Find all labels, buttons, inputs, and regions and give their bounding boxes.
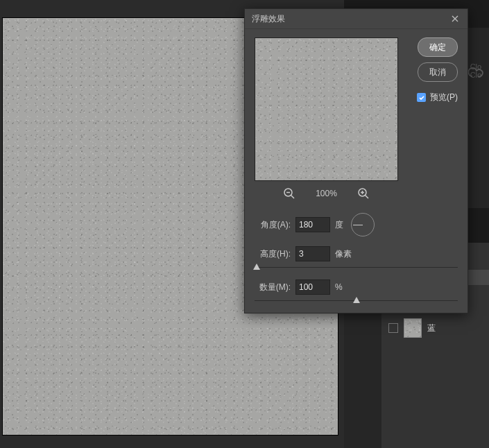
preview-checkbox[interactable] xyxy=(417,93,426,102)
zoom-out-icon[interactable] xyxy=(282,187,296,200)
angle-label: 角度(A): xyxy=(255,219,291,231)
amount-unit: % xyxy=(335,282,343,292)
close-icon[interactable] xyxy=(449,13,461,24)
height-row: 高度(H): 像素 xyxy=(255,246,458,261)
amount-slider-thumb[interactable] xyxy=(353,297,360,303)
height-slider-thumb[interactable] xyxy=(253,264,260,270)
amount-row: 数量(M): % xyxy=(255,279,458,295)
ok-button[interactable]: 确定 xyxy=(418,37,458,57)
channel-visibility-toggle[interactable] xyxy=(388,323,398,333)
channel-row[interactable]: 蓝 xyxy=(388,318,436,338)
preview-label: 预览(P) xyxy=(430,92,458,103)
preview-checkbox-row[interactable]: 预览(P) xyxy=(417,92,458,103)
height-slider[interactable] xyxy=(255,264,458,271)
angle-dial[interactable] xyxy=(351,213,375,236)
channel-label: 蓝 xyxy=(427,322,436,334)
dialog-titlebar[interactable]: 浮雕效果 xyxy=(245,9,467,29)
amount-label: 数量(M): xyxy=(255,282,291,293)
emboss-dialog: 浮雕效果 确定 取消 预览(P) 100% xyxy=(244,8,468,313)
cancel-button[interactable]: 取消 xyxy=(418,62,458,82)
zoom-level-label: 100% xyxy=(316,189,337,198)
height-input[interactable] xyxy=(295,246,330,261)
angle-row: 角度(A): 度 xyxy=(255,213,458,236)
angle-unit: 度 xyxy=(335,219,343,231)
amount-slider[interactable] xyxy=(255,298,458,304)
svg-line-1 xyxy=(291,196,295,199)
svg-line-4 xyxy=(365,196,368,199)
filter-preview[interactable] xyxy=(255,37,398,181)
channel-thumbnail[interactable] xyxy=(404,318,422,338)
zoom-in-icon[interactable] xyxy=(357,187,370,200)
height-unit: 像素 xyxy=(335,248,352,260)
amount-input[interactable] xyxy=(295,279,330,295)
height-label: 高度(H): xyxy=(255,248,291,260)
angle-input[interactable] xyxy=(295,217,330,232)
preview-texture xyxy=(255,38,397,180)
dialog-title-text: 浮雕效果 xyxy=(252,13,285,25)
